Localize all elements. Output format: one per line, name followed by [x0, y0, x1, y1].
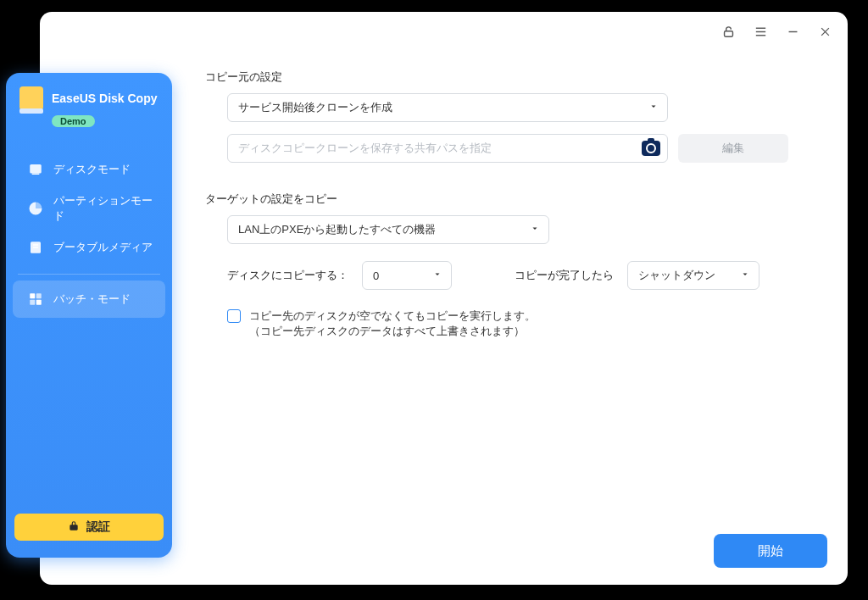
- bootable-icon: [28, 240, 43, 255]
- window-titlebar: [721, 24, 832, 39]
- edit-button-label: 編集: [722, 141, 744, 156]
- after-copy-label: コピーが完了したら: [515, 268, 614, 283]
- sidebar-item-label: パーティションモード: [53, 193, 160, 224]
- svg-rect-15: [36, 300, 42, 305]
- sidebar-divider: [18, 274, 160, 275]
- sidebar-item-label: バッチ・モード: [53, 292, 131, 307]
- svg-rect-0: [724, 31, 732, 36]
- sidebar-item-label: ディスクモード: [53, 162, 131, 177]
- chevron-down-icon: [530, 224, 540, 236]
- svg-rect-12: [30, 293, 35, 298]
- minimize-icon[interactable]: [785, 24, 800, 39]
- main-content: コピー元の設定 サービス開始後クローンを作成 ディスクコピークローンを保存する共…: [203, 69, 829, 566]
- clone-timing-value: サービス開始後クローンを作成: [238, 100, 392, 115]
- force-copy-text: コピー先のディスクが空でなくてもコピーを実行します。 （コピー先ディスクのデータ…: [249, 308, 536, 339]
- sidebar-item-partition-mode[interactable]: パーティションモード: [13, 190, 165, 227]
- target-section-title: ターゲットの設定をコピー: [205, 192, 829, 207]
- app-logo-icon: [19, 86, 43, 110]
- disk-icon: [28, 162, 43, 177]
- sidebar-item-batch-mode[interactable]: バッチ・モード: [13, 281, 165, 318]
- start-button-label: 開始: [758, 543, 783, 559]
- chevron-down-icon: [740, 269, 750, 282]
- camera-icon[interactable]: [642, 141, 660, 156]
- target-section: ターゲットの設定をコピー LAN上のPXEから起動したすべての機器 ディスクにコ…: [203, 192, 829, 339]
- chevron-down-icon: [648, 102, 659, 114]
- demo-badge: Demo: [52, 115, 95, 127]
- sidebar: EaseUS Disk Copy Demo ディスクモード パーティションモード…: [6, 73, 172, 558]
- force-copy-line2: （コピー先ディスクのデータはすべて上書きされます）: [249, 324, 536, 339]
- sidebar-item-label: ブータブルメディア: [53, 240, 153, 255]
- menu-icon[interactable]: [753, 24, 768, 39]
- force-copy-row: コピー先のディスクが空でなくてもコピーを実行します。 （コピー先ディスクのデータ…: [227, 308, 829, 339]
- svg-rect-14: [30, 300, 35, 305]
- force-copy-checkbox[interactable]: [227, 309, 241, 323]
- close-icon[interactable]: [817, 24, 832, 39]
- share-path-placeholder: ディスクコピークローンを保存する共有パスを指定: [238, 141, 492, 156]
- source-section-title: コピー元の設定: [205, 69, 829, 85]
- copy-to-value: 0: [373, 269, 379, 282]
- target-scope-value: LAN上のPXEから起動したすべての機器: [238, 222, 436, 237]
- brand-title: EaseUS Disk Copy: [52, 92, 158, 105]
- start-button[interactable]: 開始: [714, 534, 827, 568]
- after-copy-select[interactable]: シャットダウン: [627, 261, 760, 290]
- sidebar-item-bootable-media[interactable]: ブータブルメディア: [13, 229, 165, 266]
- svg-rect-8: [32, 174, 40, 175]
- clone-timing-select[interactable]: サービス開始後クローンを作成: [227, 93, 668, 122]
- share-path-input[interactable]: ディスクコピークローンを保存する共有パスを指定: [227, 134, 668, 163]
- verify-button[interactable]: 認証: [14, 514, 164, 541]
- sidebar-nav: ディスクモード パーティションモード ブータブルメディア バッチ・モード: [6, 150, 172, 319]
- force-copy-line1: コピー先のディスクが空でなくてもコピーを実行します。: [249, 309, 536, 322]
- lock-icon: [68, 520, 80, 535]
- svg-rect-11: [33, 247, 38, 248]
- copy-to-select[interactable]: 0: [362, 261, 452, 290]
- chevron-down-icon: [432, 269, 442, 282]
- lock-icon[interactable]: [721, 24, 736, 39]
- source-section: コピー元の設定 サービス開始後クローンを作成 ディスクコピークローンを保存する共…: [203, 69, 829, 163]
- copy-to-label: ディスクにコピーする：: [227, 268, 348, 283]
- after-copy-value: シャットダウン: [638, 268, 715, 283]
- sidebar-item-disk-mode[interactable]: ディスクモード: [13, 151, 165, 188]
- edit-button[interactable]: 編集: [678, 134, 788, 163]
- svg-rect-10: [33, 244, 38, 246]
- brand: EaseUS Disk Copy: [6, 81, 172, 112]
- target-scope-select[interactable]: LAN上のPXEから起動したすべての機器: [227, 215, 549, 244]
- partition-icon: [28, 201, 43, 216]
- verify-button-label: 認証: [86, 519, 110, 535]
- batch-icon: [28, 292, 43, 307]
- svg-rect-13: [36, 293, 42, 298]
- svg-rect-7: [30, 164, 42, 174]
